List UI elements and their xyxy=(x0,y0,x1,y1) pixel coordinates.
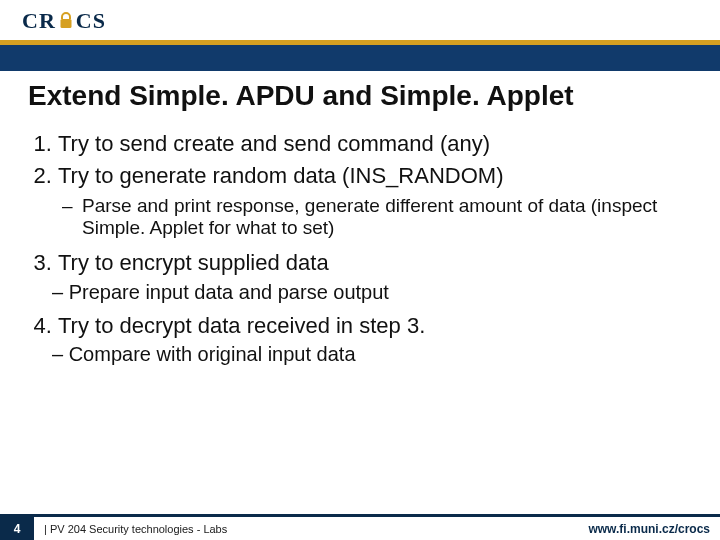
main-list-cont: Try to encrypt supplied data xyxy=(28,249,692,277)
footer-bar: 4 | PV 204 Security technologies - Labs … xyxy=(0,517,720,540)
sub-item-text: – Prepare input data and parse output xyxy=(52,281,389,303)
sub-item: – Compare with original input data xyxy=(52,343,692,366)
page-number: 4 xyxy=(0,517,34,540)
list-item-text: Try to decrypt data received in step 3. xyxy=(58,313,425,338)
footer-text: | PV 204 Security technologies - Labs xyxy=(44,523,227,535)
list-item: Try to decrypt data received in step 3. xyxy=(58,312,692,340)
dash-bullet: – xyxy=(62,195,82,239)
sub-item: – Prepare input data and parse output xyxy=(52,281,692,304)
main-list: Try to send create and send command (any… xyxy=(28,130,692,189)
list-item-text: Try to send create and send command (any… xyxy=(58,131,490,156)
footer-url: www.fi.muni.cz/crocs xyxy=(588,522,710,536)
header-bars xyxy=(0,40,720,71)
sub-item: – Parse and print response, generate dif… xyxy=(62,195,692,239)
accent-bar-blue xyxy=(0,45,720,71)
sub-item-text: Parse and print response, generate diffe… xyxy=(82,195,692,239)
list-item: Try to encrypt supplied data xyxy=(58,249,692,277)
svg-rect-0 xyxy=(60,19,71,28)
slide-header: CRCS xyxy=(0,0,720,58)
list-item-text: Try to generate random data (INS_RANDOM) xyxy=(58,163,503,188)
brand-text-pre: CR xyxy=(22,8,56,33)
footer-left: 4 | PV 204 Security technologies - Labs xyxy=(0,517,227,540)
brand-logo: CRCS xyxy=(22,8,106,36)
sub-item-text: – Compare with original input data xyxy=(52,343,356,365)
list-item: Try to send create and send command (any… xyxy=(58,130,692,158)
main-list-cont2: Try to decrypt data received in step 3. xyxy=(28,312,692,340)
slide-footer: 4 | PV 204 Security technologies - Labs … xyxy=(0,514,720,540)
brand-text-post: CS xyxy=(76,8,106,33)
slide-content: Extend Simple. APDU and Simple. Applet T… xyxy=(0,58,720,366)
page-title: Extend Simple. APDU and Simple. Applet xyxy=(28,80,692,112)
slide: CRCS Extend Simple. APDU and Simple. App… xyxy=(0,0,720,540)
lock-icon xyxy=(58,10,74,36)
list-item-text: Try to encrypt supplied data xyxy=(58,250,329,275)
list-item: Try to generate random data (INS_RANDOM) xyxy=(58,162,692,190)
